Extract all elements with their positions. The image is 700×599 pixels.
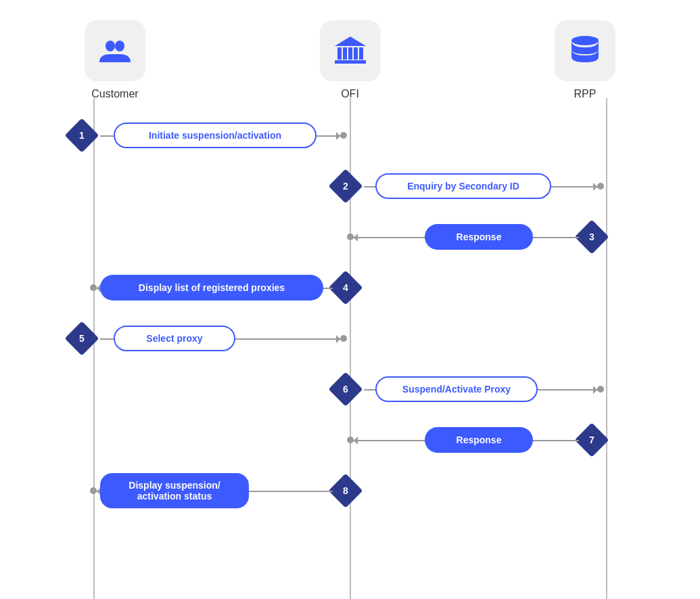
customer-icon-wrap [85, 20, 145, 81]
svg-point-0 [106, 41, 115, 51]
step-7-msg: Response [425, 427, 533, 453]
lifeline-customer [93, 98, 95, 599]
step-1-number: 1 [79, 130, 85, 141]
actors-row: Customer OFI [41, 20, 659, 100]
step-2-msg: Enquiry by Secondary ID [375, 173, 551, 199]
actor-customer: Customer [68, 20, 162, 100]
lifeline-rpp [606, 98, 607, 599]
ofi-icon-wrap [320, 20, 381, 81]
actor-ofi: OFI [303, 20, 398, 100]
step-8-msg: Display suspension/ activation status [100, 473, 249, 508]
step-6-msg: Suspend/Activate Proxy [375, 376, 538, 402]
database-icon [568, 34, 602, 68]
svg-marker-2 [335, 37, 366, 46]
step-5-msg: Select proxy [114, 326, 235, 351]
step-2-dot [597, 183, 604, 190]
actor-rpp: RPP [538, 20, 632, 100]
step-8-number: 8 [343, 485, 348, 496]
rpp-icon-wrap [555, 20, 615, 81]
svg-rect-5 [348, 47, 352, 60]
step-3-dot [347, 234, 354, 240]
step-5-dot [340, 335, 347, 342]
step-5-number: 5 [79, 333, 85, 344]
bank-icon [333, 34, 367, 68]
step-8-dot [90, 487, 97, 494]
svg-rect-7 [359, 47, 363, 60]
step-1-dot [340, 132, 347, 139]
step-6-dot [597, 386, 604, 393]
users-icon [98, 34, 132, 68]
svg-rect-6 [354, 47, 358, 60]
diagram-container: Customer OFI [0, 0, 700, 599]
svg-rect-4 [343, 47, 347, 60]
step-4-number: 4 [343, 282, 348, 293]
step-3-number: 3 [589, 231, 594, 242]
step-4-msg: Display list of registered proxies [100, 275, 323, 301]
svg-rect-3 [337, 47, 342, 60]
svg-point-9 [571, 36, 599, 45]
svg-point-1 [115, 41, 124, 51]
step-2-number: 2 [343, 181, 348, 192]
step-7-number: 7 [589, 435, 594, 445]
step-7-dot [347, 437, 354, 443]
step-3-msg: Response [425, 224, 533, 250]
step-1-msg: Initiate suspension/activation [114, 123, 317, 148]
step-6-number: 6 [343, 384, 348, 395]
step-4-dot [90, 284, 97, 291]
svg-rect-8 [335, 60, 366, 64]
